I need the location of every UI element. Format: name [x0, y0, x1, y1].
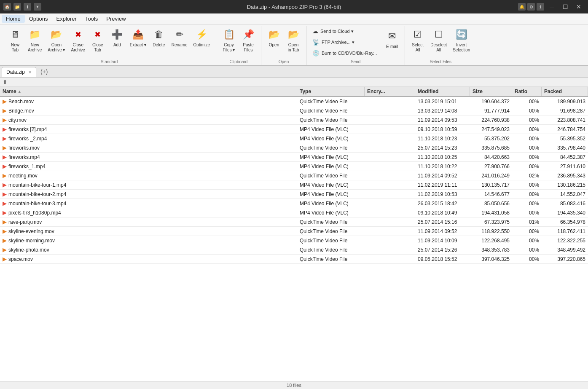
- open-archive-button[interactable]: 📂 OpenArchive ▾: [45, 26, 67, 54]
- table-row[interactable]: ▶ skyline-photo.mov QuickTime Video File…: [0, 245, 588, 255]
- info-icon[interactable]: ℹ: [537, 3, 544, 11]
- file-cell-encrypted: [365, 134, 415, 143]
- rename-button[interactable]: ✏ Rename: [169, 26, 190, 49]
- file-cell-encrypted: [365, 208, 415, 217]
- status-text: 18 files: [287, 383, 301, 388]
- file-name: fireworks [2].mp4: [8, 126, 47, 132]
- file-cell-modified: 11.09.2014 09:53: [415, 115, 470, 124]
- ftp-archive-button[interactable]: 📡 FTP Archive... ▾: [310, 37, 379, 47]
- file-type-icon: ▶: [3, 98, 7, 105]
- menu-item-home[interactable]: Home: [2, 15, 25, 23]
- table-row[interactable]: ▶ mountain-bike-tour-1.mp4 MP4 Video Fil…: [0, 180, 588, 190]
- send-to-cloud-button[interactable]: ☁ Send to Cloud ▾: [310, 26, 379, 36]
- table-row[interactable]: ▶ skyline-morning.mov QuickTime Video Fi…: [0, 236, 588, 245]
- close-archive-icon: ✖: [71, 28, 85, 41]
- ribbon-group-send: ☁ Send to Cloud ▾ 📡 FTP Archive... ▾ 💿 B…: [306, 26, 405, 65]
- file-cell-type: MP4 Video File (VLC): [297, 190, 365, 199]
- menu-item-preview[interactable]: Preview: [102, 15, 130, 23]
- table-row[interactable]: ▶ space.mov QuickTime Video File 09.05.2…: [0, 255, 588, 264]
- delete-label: Delete: [153, 43, 165, 48]
- file-cell-name: ▶ fireworks [2].mp4: [0, 125, 297, 134]
- invert-selection-button[interactable]: 🔄 InvertSelection: [450, 26, 473, 54]
- tab-data-zip-label: Data.zip: [6, 69, 25, 75]
- file-name: skyline-evening.mov: [8, 228, 54, 234]
- header-ratio[interactable]: Ratio: [512, 87, 542, 96]
- table-row[interactable]: ▶ skyline-evening.mov QuickTime Video Fi…: [0, 227, 588, 236]
- file-cell-packed: 236.895.343: [542, 171, 588, 180]
- header-packed[interactable]: Packed: [542, 87, 588, 96]
- delete-button[interactable]: 🗑 Delete: [150, 26, 168, 49]
- table-row[interactable]: ▶ fireworks _2.mp4 MP4 Video File (VLC) …: [0, 134, 588, 143]
- table-row[interactable]: ▶ Beach.mov QuickTime Video File 13.03.2…: [0, 97, 588, 106]
- header-size[interactable]: Size: [470, 87, 512, 96]
- open-in-tab-button[interactable]: 📂 Openin Tab: [284, 26, 303, 54]
- header-modified[interactable]: Modified: [415, 87, 470, 96]
- file-cell-modified: 11.10.2018 10:23: [415, 134, 470, 143]
- open-button[interactable]: 📂 Open: [265, 26, 283, 49]
- file-cell-ratio: 00%: [512, 143, 542, 152]
- file-cell-ratio: 00%: [512, 125, 542, 134]
- burn-cd-button[interactable]: 💿 Burn to CD/DVD/Blu-Ray...: [310, 48, 379, 58]
- file-cell-packed: 14.552.047: [542, 190, 588, 199]
- extract-button[interactable]: 📤 Extract ▾: [127, 26, 149, 49]
- close-button[interactable]: ✕: [573, 2, 585, 11]
- email-button[interactable]: ✉ E-mail: [383, 28, 401, 58]
- table-row[interactable]: ▶ mountain-bike-tour-3.mp4 MP4 Video Fil…: [0, 199, 588, 208]
- file-type-icon: ▶: [3, 135, 7, 142]
- table-row[interactable]: ▶ city.mov QuickTime Video File 11.09.20…: [0, 115, 588, 125]
- menu-item-explorer[interactable]: Explorer: [52, 15, 81, 23]
- file-cell-modified: 25.07.2014 15:26: [415, 245, 470, 254]
- file-cell-encrypted: [365, 171, 415, 180]
- menu-item-tools[interactable]: Tools: [81, 15, 102, 23]
- table-row[interactable]: ▶ Bridge.mov QuickTime Video File 13.03.…: [0, 106, 588, 115]
- table-row[interactable]: ▶ mountain-bike-tour-2.mp4 MP4 Video Fil…: [0, 190, 588, 199]
- minimize-button[interactable]: ─: [546, 2, 558, 11]
- file-list-container[interactable]: Name ▲ Type Encry... Modified Size Ratio…: [0, 87, 588, 381]
- menu-item-options[interactable]: Options: [25, 15, 52, 23]
- optimize-button[interactable]: ⚡ Optimize: [191, 26, 212, 49]
- select-all-button[interactable]: ☑ SelectAll: [408, 26, 427, 54]
- file-cell-type: QuickTime Video File: [297, 255, 365, 263]
- ribbon-group-standard: 🖥 NewTab 📁 NewArchive 📂 OpenArchive ▾ ✖ …: [3, 26, 216, 65]
- header-encrypted[interactable]: Encry...: [365, 87, 415, 96]
- file-type-icon: ▶: [3, 191, 7, 197]
- file-cell-ratio: 00%: [512, 245, 542, 254]
- add-tab-button[interactable]: (+): [37, 67, 51, 76]
- standard-buttons: 🖥 NewTab 📁 NewArchive 📂 OpenArchive ▾ ✖ …: [6, 26, 212, 58]
- file-cell-size: 91.777.914: [470, 106, 512, 115]
- file-cell-encrypted: [365, 115, 415, 124]
- file-name: skyline-morning.mov: [8, 238, 55, 244]
- file-cell-type: QuickTime Video File: [297, 227, 365, 236]
- table-row[interactable]: ▶ rave-party.mov QuickTime Video File 25…: [0, 217, 588, 227]
- menu-bar: Home Options Explorer Tools Preview: [0, 13, 588, 24]
- table-row[interactable]: ▶ fireworks.mp4 MP4 Video File (VLC) 11.…: [0, 153, 588, 162]
- settings-icon[interactable]: ⚙: [527, 3, 535, 11]
- file-list-header: Name ▲ Type Encry... Modified Size Ratio…: [0, 87, 588, 97]
- file-cell-ratio: 00%: [512, 208, 542, 217]
- notification-icon[interactable]: 🔔: [518, 3, 526, 11]
- file-cell-name: ▶ rave-party.mov: [0, 217, 297, 226]
- file-cell-size: 397.046.325: [470, 255, 512, 263]
- file-cell-type: MP4 Video File (VLC): [297, 180, 365, 189]
- app-icon-dropdown[interactable]: ▼: [34, 3, 41, 11]
- maximize-button[interactable]: ☐: [559, 2, 571, 11]
- tab-data-zip[interactable]: Data.zip ✕: [2, 67, 36, 77]
- close-tab-button[interactable]: ✖ CloseTab: [89, 26, 107, 54]
- burn-icon: 💿: [312, 50, 320, 56]
- table-row[interactable]: ▶ meeting.mov QuickTime Video File 11.09…: [0, 171, 588, 180]
- clipboard-buttons: 📋 CopyFiles ▾ 📌 PasteFiles: [220, 26, 258, 58]
- table-row[interactable]: ▶ fireworks_1.mp4 MP4 Video File (VLC) 1…: [0, 162, 588, 171]
- close-archive-button[interactable]: ✖ CloseArchive: [68, 26, 87, 54]
- tab-close-button[interactable]: ✕: [28, 70, 32, 75]
- paste-files-button[interactable]: 📌 PasteFiles: [239, 26, 258, 54]
- new-archive-button[interactable]: 📁 NewArchive: [25, 26, 44, 54]
- add-button[interactable]: ➕ Add: [108, 26, 126, 49]
- table-row[interactable]: ▶ pixels-tlr3_h1080p.mp4 MP4 Video File …: [0, 208, 588, 217]
- header-type[interactable]: Type: [297, 87, 365, 96]
- copy-files-button[interactable]: 📋 CopyFiles ▾: [220, 26, 238, 54]
- new-tab-button[interactable]: 🖥 NewTab: [6, 26, 24, 54]
- table-row[interactable]: ▶ fireworks [2].mp4 MP4 Video File (VLC)…: [0, 125, 588, 134]
- header-name[interactable]: Name ▲: [0, 87, 297, 96]
- deselect-all-button[interactable]: ☐ DeselectAll: [428, 26, 449, 54]
- table-row[interactable]: ▶ fireworks.mov QuickTime Video File 25.…: [0, 143, 588, 153]
